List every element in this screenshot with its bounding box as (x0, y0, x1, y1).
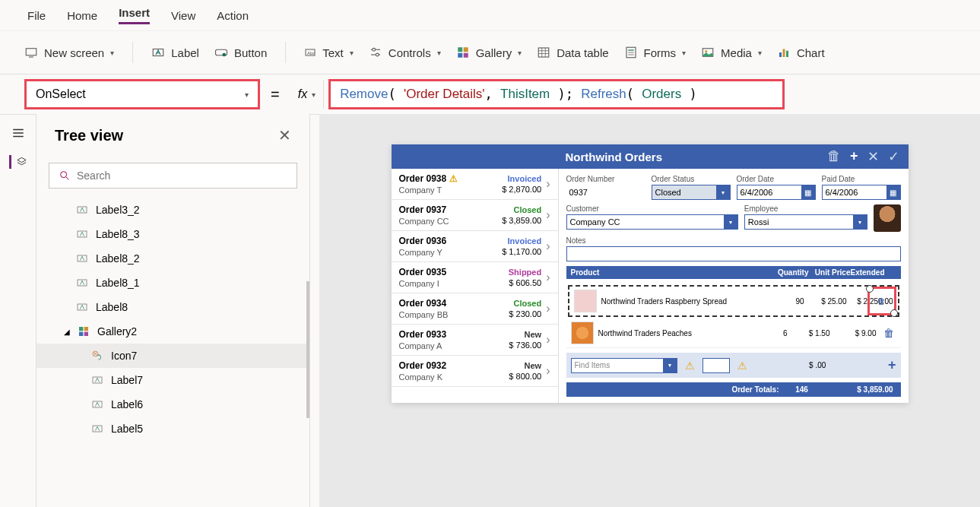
trash-icon[interactable]: 🗑 (827, 148, 841, 165)
tree-item-label[interactable]: Label8_2 (36, 246, 309, 271)
formula-input[interactable]: Remove( 'Order Details', ThisItem ); Ref… (328, 79, 785, 109)
label-icon (91, 398, 103, 410)
controls-button[interactable]: Controls▾ (369, 46, 441, 59)
notes-label: Notes (566, 236, 901, 245)
warning-icon: ⚠ (737, 360, 747, 372)
tree-item-gallery[interactable]: ◢Gallery2 (36, 319, 309, 344)
media-button[interactable]: Media▾ (701, 46, 762, 59)
tree-item-label[interactable]: Label7 (36, 368, 309, 392)
orddate-label: Order Date (737, 175, 816, 183)
product-thumb (571, 322, 594, 344)
order-row[interactable]: Order 0934 Company BBClosed$ 230.00› (392, 293, 558, 325)
order-row[interactable]: Order 0936 Company YInvoiced$ 1,170.00› (392, 231, 558, 262)
close-icon[interactable]: ✕ (278, 126, 291, 144)
svg-rect-26 (779, 52, 782, 57)
tree-item-label[interactable]: Label8_3 (36, 222, 309, 246)
search-icon (59, 170, 71, 182)
tree-item-label[interactable]: Label6 (36, 392, 309, 417)
label-icon (76, 252, 88, 265)
notes-input[interactable] (566, 246, 901, 261)
svg-rect-28 (786, 51, 788, 57)
menu-insert[interactable]: Insert (119, 6, 150, 24)
plus-icon[interactable]: + (850, 148, 858, 165)
order-row[interactable]: Order 0938 ⚠Company TInvoiced$ 2,870.00› (392, 169, 558, 200)
left-rail (0, 114, 36, 507)
employee-dropdown[interactable]: Rossi▾ (744, 214, 867, 230)
svg-text:Abc: Abc (307, 51, 315, 55)
tree-list: Label3_2 Label8_3 Label8_2 Label8_1 Labe… (36, 198, 309, 441)
icon-control-icon (91, 350, 103, 362)
customer-dropdown[interactable]: Company CC▾ (566, 214, 738, 230)
chevron-down-icon: ▾ (245, 90, 249, 99)
paiddate-label: Paid Date (822, 175, 901, 183)
add-ext: $ .00 (809, 361, 826, 369)
label-icon (151, 46, 165, 59)
menu-action[interactable]: Action (217, 9, 249, 22)
trash-icon[interactable]: 🗑 (881, 327, 896, 339)
emp-label: Employee (744, 204, 867, 213)
svg-point-4 (222, 53, 226, 57)
app-preview: Northwind Orders 🗑 + ✕ ✓ Order 0938 ⚠Com… (392, 144, 909, 403)
svg-point-32 (61, 172, 67, 178)
layers-icon[interactable] (9, 155, 27, 169)
fx-button[interactable]: fx▾ (290, 80, 324, 109)
order-row[interactable]: Order 0933 Company ANew$ 736.00› (392, 325, 558, 356)
svg-rect-39 (79, 327, 83, 331)
orddate-input[interactable]: 6/4/2006▦ (737, 185, 816, 200)
order-row[interactable]: Order 0937 Company CCClosed$ 3,859.00› (392, 200, 558, 231)
order-list[interactable]: Order 0938 ⚠Company TInvoiced$ 2,870.00›… (392, 169, 559, 403)
menu-file[interactable]: File (27, 9, 46, 22)
tree-item-label[interactable]: Label8_1 (36, 271, 309, 295)
button-button[interactable]: Button (214, 46, 267, 59)
detail-pane: Order Number0937 Order StatusClosed▾ Ord… (559, 169, 909, 403)
svg-rect-42 (84, 332, 88, 336)
ordnum-value: 0937 (566, 185, 645, 200)
text-button[interactable]: Abc Text▾ (304, 46, 354, 59)
cust-label: Customer (566, 204, 738, 213)
screen-icon (24, 46, 38, 59)
menu-view[interactable]: View (171, 9, 195, 22)
new-screen-button[interactable]: New screen▾ (24, 46, 114, 59)
datatable-button[interactable]: Data table (537, 46, 608, 59)
product-header: Product Quantity Unit Price Extended (566, 266, 901, 279)
warning-icon: ⚠ (685, 360, 695, 372)
chart-button[interactable]: Chart (777, 46, 825, 59)
search-input[interactable] (77, 170, 287, 182)
hamburger-icon[interactable] (11, 126, 25, 140)
tree-item-icon7[interactable]: Icon7 (36, 344, 309, 368)
datatable-icon (537, 46, 550, 59)
label-icon (76, 277, 88, 289)
gallery-button[interactable]: Gallery▾ (456, 46, 522, 59)
svg-rect-13 (458, 53, 462, 58)
tree-view-panel: Tree view ✕ Label3_2 Label8_3 Label8_2 L… (36, 114, 310, 507)
status-dropdown[interactable]: Closed▾ (652, 185, 731, 200)
paiddate-input[interactable]: 6/4/2006▦ (822, 185, 901, 200)
check-icon[interactable]: ✓ (888, 148, 899, 165)
forms-icon (624, 46, 638, 59)
property-selector[interactable]: OnSelect▾ (24, 79, 260, 109)
label-icon (76, 301, 88, 313)
product-row[interactable]: Northwind Traders Peaches6$ 1.50$ 9.00🗑 (566, 318, 901, 348)
order-row[interactable]: Order 0935 Company IShipped$ 606.50› (392, 262, 558, 293)
forms-button[interactable]: Forms▾ (624, 46, 687, 59)
tree-item-label[interactable]: Label5 (36, 417, 309, 441)
order-row[interactable]: Order 0932 Company KNew$ 800.00› (392, 356, 558, 387)
add-qty-input[interactable] (702, 358, 730, 373)
product-row[interactable]: Northwind Traders Raspberry Spread90$ 25… (568, 285, 899, 317)
tree-search[interactable] (49, 163, 297, 189)
svg-rect-12 (463, 47, 468, 52)
label-button[interactable]: Label (151, 46, 199, 59)
scrollbar[interactable] (306, 281, 309, 418)
menu-home[interactable]: Home (67, 9, 97, 22)
tree-view-title: Tree view (55, 127, 123, 144)
cancel-icon[interactable]: ✕ (867, 148, 879, 165)
chart-icon (777, 46, 791, 59)
svg-point-10 (376, 53, 379, 56)
tree-item-label[interactable]: Label8 (36, 295, 309, 319)
equals-sign: = (265, 86, 286, 103)
tree-item-label[interactable]: Label3_2 (36, 198, 309, 222)
find-items-dropdown[interactable]: Find Items▾ (571, 358, 677, 373)
add-line-button[interactable]: + (888, 357, 896, 373)
selected-trash-icon[interactable]: 🗑 (867, 287, 896, 315)
app-titlebar: Northwind Orders 🗑 + ✕ ✓ (392, 144, 909, 169)
